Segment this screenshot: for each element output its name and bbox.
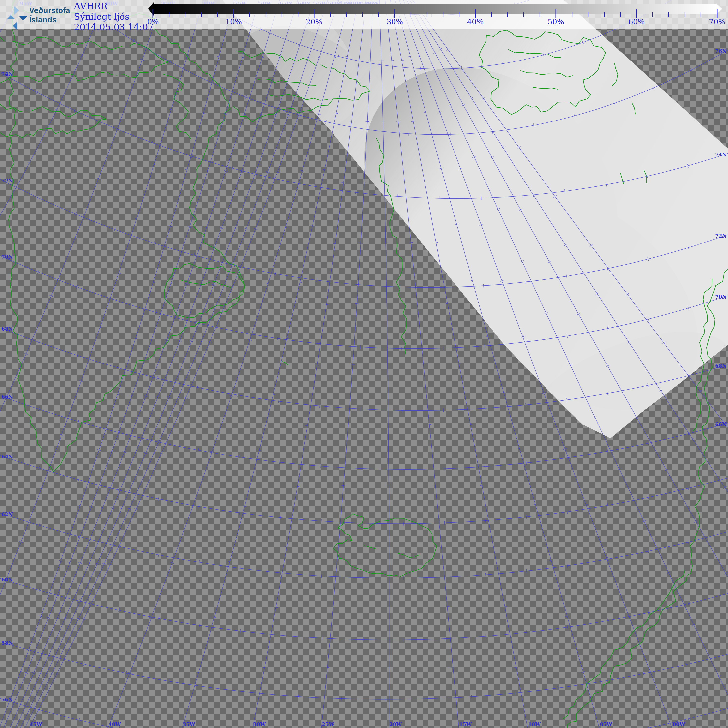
graticule-tick — [355, 303, 359, 304]
graticule-tick — [80, 55, 84, 56]
latitude-label-right: 76N — [715, 48, 726, 54]
latitude-label-left: 56N — [2, 697, 13, 703]
latitude-label-right: 66N — [715, 421, 726, 427]
graticule-tick — [211, 686, 212, 689]
colorbar-label: 0% — [147, 17, 159, 26]
coastline-greenland-topleft-fjords — [0, 37, 168, 83]
map-canvas: 95W90W85W80W75W70W65W60W55W50W45W40W35W3… — [0, 0, 728, 728]
longitude-label-bottom: 15W — [459, 721, 472, 727]
graticule-tick — [321, 574, 322, 578]
graticule-tick — [362, 467, 362, 470]
graticule-tick — [355, 191, 356, 194]
graticule-tick — [321, 465, 321, 468]
latitude-label-left: 60N — [2, 577, 13, 583]
longitude-label-bottom: 05W — [600, 721, 612, 727]
graticule-tick — [361, 407, 361, 411]
latitude-label-left: 72N — [2, 177, 13, 184]
coastline-iceland-glacier2 — [364, 546, 377, 549]
graticule-tick — [526, 515, 527, 519]
latitude-label-left: 64N — [2, 454, 13, 460]
colorbar: 0% 10% 20% 30% 40% 50% 60% 70% — [0, 0, 728, 34]
graticule-tick — [691, 69, 692, 72]
latitude-label-right: 74N — [715, 152, 726, 158]
graticule-tick — [434, 485, 437, 485]
longitude-label-bottom: 35W — [183, 721, 196, 727]
latitude-label-right: 68N — [715, 363, 726, 369]
coastline-jan-mayen — [282, 361, 288, 365]
graticule-tick — [169, 60, 171, 63]
graticule-tick — [369, 61, 372, 61]
graticule-tick — [133, 40, 135, 43]
graticule-tick — [39, 673, 42, 674]
graticule-tick — [331, 607, 335, 607]
graticule-tick — [558, 686, 558, 690]
graticule-tick — [485, 573, 486, 577]
colorbar-label: 30% — [387, 17, 403, 26]
graticule-tick — [24, 353, 28, 355]
graticule-meridian — [0, 0, 162, 411]
graticule-tick — [37, 196, 38, 199]
graticule-tick — [71, 618, 74, 619]
graticule-parallel — [0, 642, 728, 699]
graticule-tick — [471, 695, 472, 698]
latitude-label-left: 66N — [2, 394, 13, 400]
graticule-tick — [342, 183, 346, 183]
graticule-tick — [366, 121, 369, 122]
graticule-tick — [445, 575, 445, 579]
graticule-meridian — [20, 0, 314, 728]
graticule-tick — [160, 453, 163, 454]
coastline-iceland-glacier1 — [397, 553, 419, 557]
graticule-tick — [36, 91, 38, 94]
graticule-tick — [82, 618, 86, 620]
graticule-tick — [50, 673, 54, 674]
coastline-greenland-68n-inner — [181, 280, 231, 288]
longitude-label-bottom: 45W — [30, 721, 43, 727]
colorbar-label: 70% — [709, 17, 725, 26]
colorbar-tick-labels: 0% 10% 20% 30% 40% 50% 60% 70% — [147, 17, 725, 26]
graticule-tick — [526, 461, 527, 465]
latitude-label-left: 62N — [2, 511, 13, 517]
graticule-tick — [717, 676, 720, 677]
colorbar-label: 50% — [548, 17, 564, 26]
satellite-image-viewer: 95W90W85W80W75W70W65W60W55W50W45W40W35W3… — [0, 0, 728, 728]
graticule-meridian — [15, 0, 298, 728]
graticule-tick — [665, 469, 668, 471]
longitude-label-bottom: 20W — [389, 721, 402, 727]
graticule-tick — [96, 563, 99, 564]
latitude-label-left: 74N — [2, 71, 13, 77]
graticule-tick — [514, 691, 515, 695]
satellite-swath — [147, 0, 728, 465]
graticule-tick — [699, 390, 702, 392]
graticule-tick — [298, 695, 298, 698]
coastline-greenland-topleft-fjords2 — [0, 104, 107, 138]
graticule-tick — [280, 571, 281, 575]
graticule-tick — [360, 345, 360, 349]
colorbar-label: 10% — [225, 17, 242, 26]
graticule-tick — [724, 572, 727, 574]
header: Veðurstofa Íslands AVHRR Sýnilegt ljós 2… — [0, 0, 728, 35]
graticule-tick — [692, 624, 695, 626]
graticule-tick — [109, 563, 112, 565]
graticule-tick — [320, 404, 320, 408]
graticule-tick — [76, 618, 80, 619]
graticule-tick — [45, 673, 48, 674]
graticule-tick — [28, 162, 31, 164]
graticule-tick — [526, 403, 526, 407]
graticule-tick — [135, 508, 138, 510]
graticule-parallel — [0, 513, 728, 578]
graticule-tick — [422, 364, 425, 364]
graticule-tick — [462, 66, 462, 70]
colorbar-label: 40% — [467, 17, 484, 26]
graticule-tick — [408, 132, 409, 135]
coastline-norway-islands-south — [563, 570, 685, 719]
latitude-label-left: 70N — [2, 254, 13, 260]
graticule-tick — [409, 242, 413, 243]
coastline-iceland — [333, 514, 437, 577]
longitude-label-bottom: 25W — [322, 721, 335, 727]
graticule-tick — [321, 520, 321, 523]
graticule-tick — [526, 569, 527, 572]
colorbar-label: 60% — [628, 17, 645, 26]
graticule-tick — [102, 563, 106, 565]
coastline-greenland-inner-fjord — [164, 74, 191, 139]
graticule-tick — [240, 629, 240, 633]
